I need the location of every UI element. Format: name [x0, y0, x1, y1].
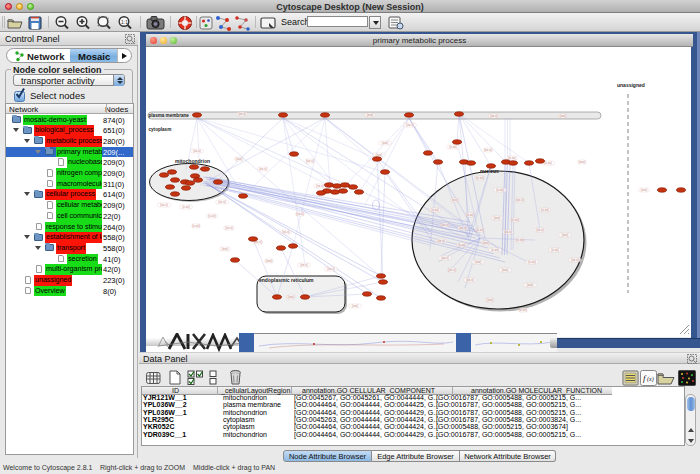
svg-text:cytoplasm: cytoplasm — [149, 127, 172, 132]
svg-text:(x.xx): (x.xx) — [476, 176, 483, 180]
svg-text:(xx.x): (xx.x) — [300, 263, 307, 267]
svg-text:(xx.x): (xx.x) — [296, 212, 303, 216]
svg-text:(x.xx): (x.xx) — [496, 188, 503, 192]
svg-text:(x.xx): (x.xx) — [511, 218, 518, 222]
svg-text:(xxx): (xxx) — [562, 233, 569, 237]
svg-text:(xxx): (xxx) — [579, 160, 586, 164]
svg-text:(x): (x) — [647, 376, 654, 383]
svg-text:(xxx): (xxx) — [483, 241, 490, 245]
svg-text:(xx.x): (xx.x) — [490, 114, 497, 118]
svg-text:(xx.x): (xx.x) — [282, 230, 289, 234]
svg-text:(x.xx): (x.xx) — [449, 145, 456, 149]
svg-text:(xx.x): (xx.x) — [437, 239, 444, 243]
svg-text:(xx.x): (xx.x) — [484, 148, 491, 152]
svg-text:(xxx): (xxx) — [222, 247, 229, 251]
svg-text:(xx.x): (xx.x) — [504, 230, 511, 234]
svg-text:(xx.x): (xx.x) — [327, 267, 334, 271]
svg-text:(xx.x): (xx.x) — [406, 123, 413, 127]
svg-text:(x.xx): (x.xx) — [544, 161, 551, 165]
svg-text:(xx.x): (xx.x) — [316, 184, 323, 188]
svg-text:(x.xx): (x.xx) — [208, 214, 215, 218]
svg-text:(xx.x): (xx.x) — [306, 159, 313, 163]
svg-text:(x.xx): (x.xx) — [541, 208, 548, 212]
svg-text:(xx.x): (xx.x) — [238, 112, 245, 116]
svg-text:(x.xx): (x.xx) — [192, 224, 199, 228]
svg-text:(xxx): (xxx) — [527, 283, 534, 287]
svg-text:(x.xx): (x.xx) — [528, 260, 535, 264]
svg-text:(xxx): (xxx) — [487, 298, 494, 302]
svg-text:unassigned: unassigned — [617, 82, 645, 88]
svg-text:(xxx): (xxx) — [288, 295, 295, 299]
svg-text:endoplasmic reticulum: endoplasmic reticulum — [259, 277, 314, 283]
svg-text:1:1: 1:1 — [121, 19, 128, 25]
svg-text:mitochondrion: mitochondrion — [175, 158, 210, 164]
svg-text:(xx.x): (xx.x) — [225, 226, 232, 230]
svg-text:(xx.x): (xx.x) — [259, 167, 266, 171]
svg-text:(xx.x): (xx.x) — [466, 278, 473, 282]
svg-text:(x.xx): (x.xx) — [476, 228, 483, 232]
svg-text:(xxx): (xxx) — [367, 113, 374, 117]
svg-text:(xxx): (xxx) — [266, 259, 273, 263]
svg-text:(xxx): (xxx) — [641, 188, 648, 192]
svg-text:(xxx): (xxx) — [560, 114, 567, 118]
svg-text:(xxx): (xxx) — [494, 216, 501, 220]
svg-text:(xx.x): (xx.x) — [441, 256, 448, 260]
svg-text:(xx.x): (xx.x) — [536, 228, 543, 232]
svg-text:(x.xx): (x.xx) — [182, 205, 189, 209]
svg-text:(xxx): (xxx) — [352, 304, 359, 308]
svg-text:(xx.x): (xx.x) — [571, 258, 578, 262]
svg-text:(x.xx): (x.xx) — [466, 213, 473, 217]
svg-text:(xxx): (xxx) — [382, 141, 389, 145]
svg-text:(xxx): (xxx) — [236, 157, 243, 161]
svg-text:(xxx): (xxx) — [475, 260, 482, 264]
svg-text:(xx.x): (xx.x) — [448, 268, 455, 272]
svg-text:(x.xx): (x.xx) — [431, 208, 438, 212]
svg-text:(xxx): (xxx) — [502, 268, 509, 272]
svg-text:(xx.x): (xx.x) — [160, 203, 167, 207]
svg-text:(x.xx): (x.xx) — [519, 308, 526, 312]
svg-text:(x.xx): (x.xx) — [491, 248, 498, 252]
svg-text:(x.xx): (x.xx) — [508, 156, 515, 160]
svg-text:(x.xx): (x.xx) — [516, 238, 523, 242]
svg-text:(xx.x): (xx.x) — [459, 226, 466, 230]
svg-text:(x.xx): (x.xx) — [551, 248, 558, 252]
svg-text:(xx.x): (xx.x) — [193, 149, 200, 153]
svg-text:plasma membrane: plasma membrane — [149, 113, 190, 118]
svg-text:(x.xx): (x.xx) — [458, 243, 465, 247]
svg-text:(xx.x): (xx.x) — [441, 223, 448, 227]
svg-text:(xx.x): (xx.x) — [218, 200, 225, 204]
svg-text:(xxx): (xxx) — [452, 198, 459, 202]
svg-text:(xx.x): (xx.x) — [516, 198, 523, 202]
